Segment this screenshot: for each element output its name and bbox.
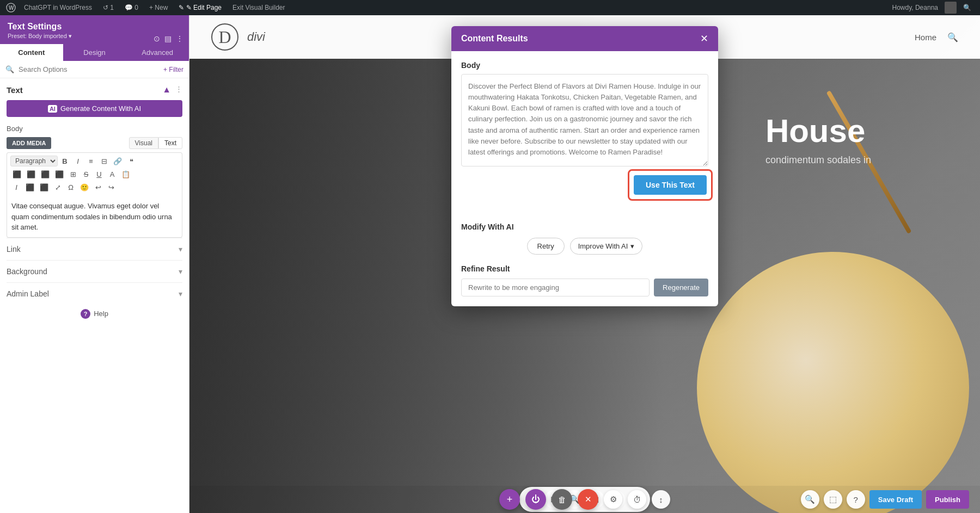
admin-bar-right: Howdy, Deanna 🔍 [888,0,976,15]
paste-button[interactable]: 📋 [119,168,132,180]
fullscreen-button[interactable]: ⤢ [52,181,64,193]
outdent-button[interactable]: ⬛ [38,181,51,193]
special-chars-button[interactable]: Ω [65,181,77,193]
new-item[interactable]: + New [145,0,172,15]
ramen-bowl-image [697,252,969,513]
redo-button[interactable]: ↪ [105,181,117,193]
help-label: Help [94,310,108,318]
portability-button[interactable]: ↕ [652,490,670,509]
toolbar-right-group: 🔍 ⬚ ? Save Draft Publish [801,490,969,509]
comments-item[interactable]: 💬 0 [120,0,143,15]
settings-button[interactable]: ⚙ [604,490,622,509]
trash-button[interactable]: 🗑 [552,489,572,510]
ol-button[interactable]: ⊟ [98,155,110,167]
refine-result-label: Refine Result [461,264,708,273]
wp-logo-icon[interactable]: W [4,1,17,14]
divi-logo-text: divi [247,30,265,44]
improve-chevron-icon: ▾ [630,242,634,250]
content-result-textarea[interactable]: Discover the Perfect Blend of Flavors at… [461,74,708,166]
align-justify-button[interactable]: ⬛ [53,168,66,180]
retry-button[interactable]: Retry [527,238,565,255]
sidebar-more-icon[interactable]: ⋮ [176,34,183,43]
table-button[interactable]: ⊞ [67,168,79,180]
admin-bar: W ChatGPT in WordPress ↺ 1 💬 0 + New ✎ ✎… [0,0,980,15]
text-section: Text ▲ ⋮ AI Generate Content With AI Bod… [7,85,182,238]
align-center-button[interactable]: ⬛ [24,168,38,180]
generate-content-ai-button[interactable]: AI Generate Content With AI [7,100,182,117]
admin-avatar[interactable] [945,2,957,14]
ai-button-label: Generate Content With AI [60,104,141,113]
help-toolbar-button[interactable]: ? [847,490,865,509]
background-section-header[interactable]: Background ▾ [7,267,182,276]
admin-search[interactable]: 🔍 [959,0,976,15]
italic-button[interactable]: I [72,155,84,167]
bold-button[interactable]: B [59,155,71,167]
align-right-button[interactable]: ⬛ [39,168,52,180]
link-button[interactable]: 🔗 [111,155,124,167]
hero-title: House [765,113,871,149]
link-section-title: Link [7,245,21,254]
modal-header: Content Results ✕ [451,26,718,51]
howdy-item[interactable]: Howdy, Deanna [888,0,943,15]
tab-content[interactable]: Content [0,44,63,61]
editor-content-area[interactable]: Vitae consequat augue. Vivamus eget dolo… [7,196,182,238]
tab-visual[interactable]: Visual [129,137,158,149]
italic2-button[interactable]: I [10,181,22,193]
align-left-button[interactable]: ⬛ [10,168,23,180]
edit-page-item[interactable]: ✎ ✎ Edit Page [174,0,226,15]
hero-subtitle: condimentum sodales in [765,154,871,166]
paragraph-select[interactable]: Paragraph [10,156,58,166]
search-input[interactable] [19,65,159,73]
search-pages-button[interactable]: 🔍 [801,490,819,509]
page-builder-toolbar: ☰ ⊞ 🔍 🖥 ⬜ 📱 + ⏻ 🗑 ✕ ⚙ ⏱ ↕ 🔍 ⬚ ? Save Dra… [189,486,980,513]
publish-button[interactable]: Publish [926,490,969,509]
modal-title: Content Results [461,34,528,44]
refine-input[interactable] [461,279,650,296]
content-results-modal: Content Results ✕ Body Discover the Perf… [451,26,718,306]
svg-text:W: W [9,5,14,11]
admin-label-section-header[interactable]: Admin Label ▾ [7,289,182,298]
undo-button[interactable]: ↩ [92,181,104,193]
history-button[interactable]: ⏱ [628,490,646,509]
divi-nav-right: Home 🔍 [915,32,958,42]
quote-button[interactable]: ❝ [125,155,137,167]
modal-close-button[interactable]: ✕ [700,34,708,44]
ul-button[interactable]: ≡ [85,155,97,167]
ai-icon: AI [48,105,57,113]
layers-button[interactable]: ⬚ [824,490,842,509]
text-section-collapse[interactable]: ▲ [162,85,171,95]
exit-visual-builder-item[interactable]: Exit Visual Builder [228,0,290,15]
indent-button[interactable]: ⬛ [23,181,36,193]
nav-search-icon[interactable]: 🔍 [947,32,958,42]
add-section-button[interactable]: + [499,489,520,510]
color-button[interactable]: A [106,168,118,180]
comments-count[interactable]: ↺ 1 [99,0,118,15]
improve-with-ai-button[interactable]: Improve With AI ▾ [570,238,643,255]
nav-home-link[interactable]: Home [915,33,936,42]
emoji-button[interactable]: 🙂 [78,181,91,193]
editor-text: Vitae consequat augue. Vivamus eget dolo… [11,202,172,231]
sidebar-layout-icon[interactable]: ▤ [164,34,171,43]
link-section-header[interactable]: Link ▾ [7,245,182,254]
sidebar-tabs: Content Design Advanced [0,44,189,61]
tab-advanced[interactable]: Advanced [126,44,189,61]
power-button[interactable]: ⏻ [525,489,546,510]
regenerate-button[interactable]: Regenerate [654,279,708,296]
tab-design[interactable]: Design [63,44,126,61]
underline-button[interactable]: U [93,168,105,180]
chatgpt-menu-item[interactable]: ChatGPT in WordPress [20,0,96,15]
sidebar-header-icons: ⊙ ▤ ⋮ [154,34,183,43]
close-button[interactable]: ✕ [578,489,598,510]
help-button[interactable]: ? Help [7,305,182,323]
add-media-button[interactable]: ADD MEDIA [7,137,51,149]
admin-label-title: Admin Label [7,289,49,298]
background-section-title: Background [7,267,47,276]
hero-text-block: House condimentum sodales in [765,113,871,166]
tab-text[interactable]: Text [158,137,182,149]
filter-button[interactable]: + Filter [163,66,183,73]
sidebar-settings-icon[interactable]: ⊙ [154,34,160,43]
text-section-more[interactable]: ⋮ [175,85,182,95]
strikethrough-button[interactable]: S [80,168,92,180]
save-draft-button[interactable]: Save Draft [869,490,922,509]
visual-text-tabs: Visual Text [129,137,182,149]
